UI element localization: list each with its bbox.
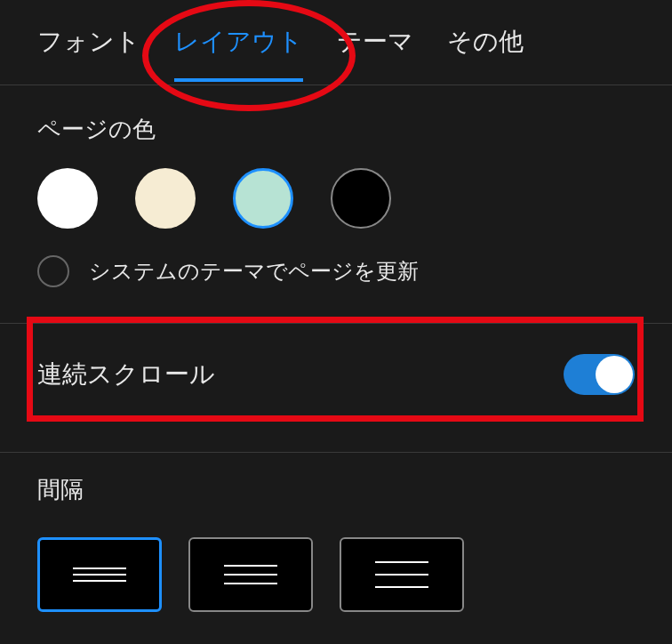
line-icon: [224, 583, 277, 584]
continuous-scroll-row: 連続スクロール: [0, 324, 672, 425]
spacing-medium[interactable]: [188, 537, 313, 612]
system-theme-checkbox[interactable]: [37, 255, 69, 287]
line-icon: [375, 561, 428, 563]
line-icon: [375, 586, 428, 588]
spacing-options: [0, 537, 672, 630]
spacing-tight[interactable]: [37, 537, 162, 612]
tab-layout[interactable]: レイアウト: [174, 25, 303, 82]
page-color-black[interactable]: [331, 168, 391, 229]
settings-tabs: フォント レイアウト テーマ その他: [0, 0, 672, 85]
line-icon: [224, 565, 277, 567]
tab-other[interactable]: その他: [447, 25, 524, 78]
line-icon: [73, 580, 126, 582]
spacing-wide[interactable]: [340, 537, 464, 612]
spacing-title: 間隔: [37, 474, 635, 505]
page-color-white[interactable]: [37, 168, 98, 229]
spacing-section: 間隔: [0, 453, 672, 537]
continuous-scroll-toggle[interactable]: [564, 354, 635, 395]
tab-theme[interactable]: テーマ: [337, 25, 413, 78]
line-icon: [73, 574, 126, 576]
continuous-scroll-label: 連続スクロール: [37, 358, 215, 391]
line-icon: [375, 574, 428, 576]
page-color-swatches: [37, 168, 635, 229]
page-color-section: ページの色 システムのテーマでページを更新: [0, 85, 672, 296]
page-color-title: ページの色: [37, 114, 635, 145]
line-icon: [224, 574, 277, 576]
tab-font[interactable]: フォント: [37, 25, 140, 78]
toggle-knob: [596, 356, 633, 393]
page-color-sepia[interactable]: [135, 168, 196, 229]
line-icon: [73, 568, 126, 569]
system-theme-row: システムのテーマでページを更新: [37, 255, 635, 287]
system-theme-label: システムのテーマでページを更新: [89, 257, 419, 286]
page-color-mint[interactable]: [233, 168, 293, 229]
